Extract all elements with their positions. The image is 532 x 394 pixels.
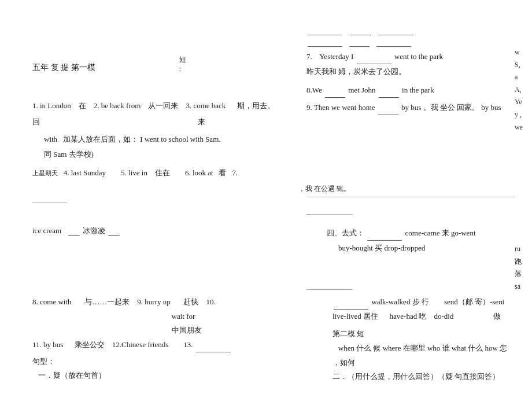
have-text: have-had 吃 xyxy=(390,312,427,321)
blank-8a xyxy=(325,97,345,98)
br-wait-blank: walk-walked 步 行 send（邮 寄）-sent xyxy=(332,295,512,310)
item8-label: 8. come with xyxy=(32,297,72,306)
ququ-title-row: 四、去式： come-came 来 go-went xyxy=(327,226,476,241)
cn-friends: 中国朋友 xyxy=(172,326,202,334)
item12-label: 12.Chinese friends xyxy=(112,340,168,349)
far-right-line-5: Ye xyxy=(515,96,532,109)
right-line7: 7. Yesterday I went to the park xyxy=(306,49,501,64)
line9-cn: 。我 坐公 回家。 xyxy=(423,103,480,112)
line9-text: 9. Then we went home xyxy=(306,103,375,112)
with-cn2: 同 Sam 去学校) xyxy=(44,150,94,159)
line1-text: Yesterday I xyxy=(319,52,353,61)
top-line-row-1 xyxy=(306,35,515,35)
item2-label: 2. be back from xyxy=(94,101,141,110)
item2-cn: 从一回来 xyxy=(148,101,178,110)
br-how-cn: ，如何 xyxy=(332,356,512,370)
ice-cream-blank xyxy=(68,235,80,236)
far-right-line-4: A, xyxy=(515,84,532,97)
bottom-row4: 11. by bus 乘坐公交 12.Chinese friends 13. xyxy=(32,338,333,352)
answer-line-text: 二．（用什么提，用什么回答）（疑 句直接回答） xyxy=(332,372,500,381)
section1-with: with 加某人放在后面，如： I went to school with Sa… xyxy=(32,132,350,147)
bottom-row3: 中国朋友 xyxy=(32,323,333,338)
far-right-top: w S, a A, Ye y , we xyxy=(515,46,532,134)
how-cn-text: ，如何 xyxy=(332,358,355,367)
with-example: I went to school with Sam. xyxy=(140,135,220,143)
line1-end: went to the park xyxy=(394,52,443,61)
top-blank-2 xyxy=(349,46,370,47)
line8-mid: met John xyxy=(348,86,375,94)
far-right-line-6: y , xyxy=(515,109,532,121)
far-right-bottom: ru 跑 落 sa xyxy=(515,243,532,293)
short-colon: : xyxy=(179,65,181,73)
walk-text: walk-walked 步 行 xyxy=(371,297,429,306)
item3-label: 3. come back xyxy=(186,101,226,110)
item6-label: 6. look at xyxy=(185,168,213,177)
sentence-item1: 一．疑（放在句首） xyxy=(32,369,333,383)
item9-label: 9. hurry up xyxy=(137,297,170,306)
item13-num: 13. xyxy=(183,340,193,349)
lai-cn: 来 xyxy=(198,117,205,126)
far-right-line-7: we xyxy=(515,121,532,134)
item4-label: 4. last Sunday xyxy=(64,168,106,177)
bottom-divider xyxy=(306,289,353,290)
item9-cn: 赶快 xyxy=(183,297,198,306)
sentence-item1-text: 一．疑（放在句首） xyxy=(38,371,106,380)
br-answer: 二．（用什么提，用什么回答）（疑 句直接回答） xyxy=(332,370,512,384)
blank-line-2 xyxy=(350,35,371,35)
bottom-row1: 8. come with 与……一起来 9. hurry up 赶快 10. xyxy=(32,295,333,310)
line9-mid: by bus xyxy=(401,103,421,112)
back-cn: 回 xyxy=(32,117,40,126)
top-blank-3 xyxy=(376,46,411,47)
right-line8: 8.We met John in the park xyxy=(306,83,501,98)
far-right-b2: 跑 xyxy=(515,256,532,268)
far-right-line-3: a xyxy=(515,71,532,84)
ququ-section: 四、去式： come-came 来 go-went buy-bought 买 d… xyxy=(327,226,476,256)
item10-num: 10. xyxy=(206,297,215,306)
item4-prefix: 上星期天 xyxy=(32,170,58,176)
send-text: send（邮 寄）-sent xyxy=(444,297,504,306)
right-divider-lines xyxy=(306,46,501,47)
item6-cn: 看 xyxy=(219,168,226,177)
section1-with2: 同 Sam 去学校) xyxy=(32,147,350,162)
item5-cn: 住在 xyxy=(155,168,170,177)
right-line9: 9. Then we went home by bus 。我 坐公 回家。 by… xyxy=(306,100,501,115)
br-section-title: 第二模 短 xyxy=(332,327,512,341)
ququ-item2: buy-bought 买 drop-dropped xyxy=(338,244,425,252)
when-line-text: when 什么 候 where 在哪里 who 谁 what 什么 how 怎 xyxy=(338,344,507,352)
section1-row1: 1. in London 在 2. be back from 从一回来 3. c… xyxy=(32,98,350,113)
line1-num: 7. xyxy=(306,52,312,61)
live-text: live-lived 居住 xyxy=(332,312,378,321)
item13-blank xyxy=(196,352,231,352)
bottom-row2: wait for xyxy=(32,310,333,324)
do-cn: 做 xyxy=(493,312,501,321)
sentence-type: 句型： xyxy=(32,355,333,369)
look-num: 7. xyxy=(232,168,238,177)
wait-for-label: wait for xyxy=(172,312,195,321)
page: w S, a A, Ye y , we 五年 复 提 第一模 短 : 1. in… xyxy=(0,0,532,394)
top-lines-area xyxy=(306,35,515,35)
item5-label: 5. live in xyxy=(121,168,147,177)
left-divider-sm xyxy=(32,202,67,203)
bottom-section: 8. come with 与……一起来 9. hurry up 赶快 10. xyxy=(32,295,333,383)
br-when: when 什么 候 where 在哪里 who 谁 what 什么 how 怎 xyxy=(332,341,512,356)
ice-cream-blank2 xyxy=(108,235,120,236)
line9-end: by bus xyxy=(481,103,501,112)
section1-row1b: 回 来 xyxy=(32,115,350,130)
ququ-item1: come-came 来 go-went xyxy=(405,229,476,237)
br-section-title-text: 第二模 短 xyxy=(332,329,364,338)
section1-self: ，我 在公遇 辄。 xyxy=(32,182,350,196)
item1-cn: 在 xyxy=(79,101,86,110)
blank-9a xyxy=(378,115,398,115)
br-live: live-lived 居住 have-had 吃 do-did 做 xyxy=(332,310,512,324)
top-blank-1 xyxy=(308,46,342,47)
sentence-type-label: 句型： xyxy=(32,357,55,366)
item11-cn: 乘坐公交 xyxy=(75,340,105,349)
ice-cream-cn: 冰激凌 xyxy=(83,226,105,235)
line8-end: in the park xyxy=(402,86,434,94)
short-label: 短 xyxy=(179,56,186,64)
ice-cream-section: ice cream 冰激凌 xyxy=(32,226,121,236)
blank-8b xyxy=(379,97,399,98)
blank-line-1 xyxy=(308,35,342,35)
right-section: 7. Yesterday I went to the park 昨天我和 姆，炭… xyxy=(306,46,501,115)
far-right-line-2: S, xyxy=(515,59,532,72)
